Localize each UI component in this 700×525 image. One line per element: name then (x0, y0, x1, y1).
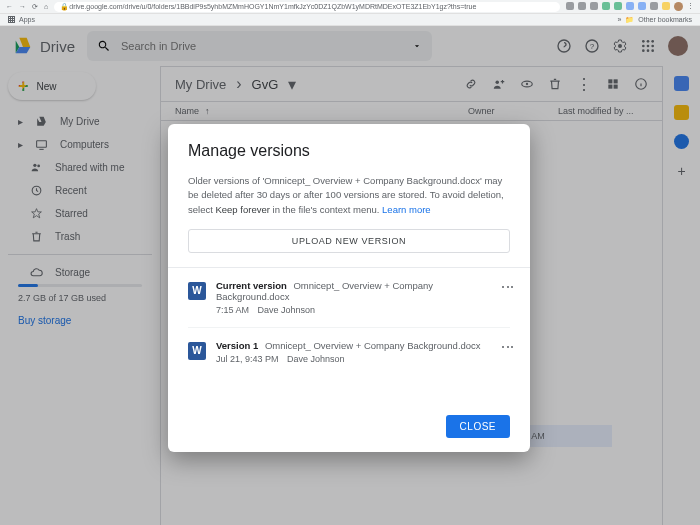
home-icon[interactable]: ⌂ (44, 3, 48, 11)
ext-icon[interactable] (650, 2, 658, 10)
folder-icon: 📁 (625, 16, 634, 24)
star-icon[interactable] (590, 2, 598, 10)
version-more-icon[interactable]: ⋮ (506, 340, 510, 364)
ext-icon[interactable] (566, 2, 574, 10)
apps-grid-icon[interactable] (8, 16, 15, 23)
ext-icon[interactable] (614, 2, 622, 10)
version-row: W Version 1 Omnicept_ Overview + Company… (188, 328, 510, 376)
profile-avatar[interactable] (674, 2, 683, 11)
other-bookmarks[interactable]: Other bookmarks (638, 16, 692, 23)
reload-icon[interactable]: ⟳ (32, 3, 38, 11)
manage-versions-dialog: Manage versions Older versions of 'Omnic… (168, 124, 530, 452)
close-button[interactable]: CLOSE (446, 415, 510, 438)
version-author: Dave Johnson (258, 305, 316, 315)
lock-icon: 🔒 (60, 3, 69, 11)
forward-icon[interactable]: → (19, 3, 26, 11)
bookmark-overflow-icon[interactable]: » (617, 16, 621, 23)
ext-icon[interactable] (662, 2, 670, 10)
apps-label[interactable]: Apps (19, 16, 35, 23)
word-doc-icon: W (188, 282, 206, 300)
bookmarks-bar: Apps » 📁 Other bookmarks (0, 14, 700, 26)
dialog-title: Manage versions (188, 142, 510, 160)
chrome-menu-icon[interactable]: ⋮ (687, 2, 694, 11)
version-filename: Omnicept_ Overview + Company Background.… (265, 340, 481, 351)
word-doc-icon: W (188, 342, 206, 360)
url-text: drive.google.com/drive/u/0/folders/1BBdi… (69, 3, 476, 10)
ext-icon[interactable] (638, 2, 646, 10)
ext-icon[interactable] (578, 2, 586, 10)
version-title: Version 1 (216, 340, 258, 351)
ext-icon[interactable] (602, 2, 610, 10)
learn-more-link[interactable]: Learn more (382, 204, 431, 215)
dialog-body: Older versions of 'Omnicept_ Overview + … (188, 174, 510, 217)
version-more-icon[interactable]: ⋮ (506, 280, 510, 315)
browser-nav: ← → ⟳ ⌂ (6, 3, 48, 11)
back-icon[interactable]: ← (6, 3, 13, 11)
ext-icon[interactable] (626, 2, 634, 10)
upload-version-button[interactable]: UPLOAD NEW VERSION (188, 229, 510, 253)
version-row: W Current version Omnicept_ Overview + C… (188, 268, 510, 328)
version-author: Dave Johnson (287, 354, 345, 364)
version-time: 7:15 AM (216, 305, 249, 315)
version-title: Current version (216, 280, 287, 291)
version-time: Jul 21, 9:43 PM (216, 354, 279, 364)
url-bar[interactable]: 🔒 drive.google.com/drive/u/0/folders/1BB… (54, 2, 560, 12)
extension-icons: ⋮ (566, 2, 694, 11)
browser-toolbar: ← → ⟳ ⌂ 🔒 drive.google.com/drive/u/0/fol… (0, 0, 700, 14)
